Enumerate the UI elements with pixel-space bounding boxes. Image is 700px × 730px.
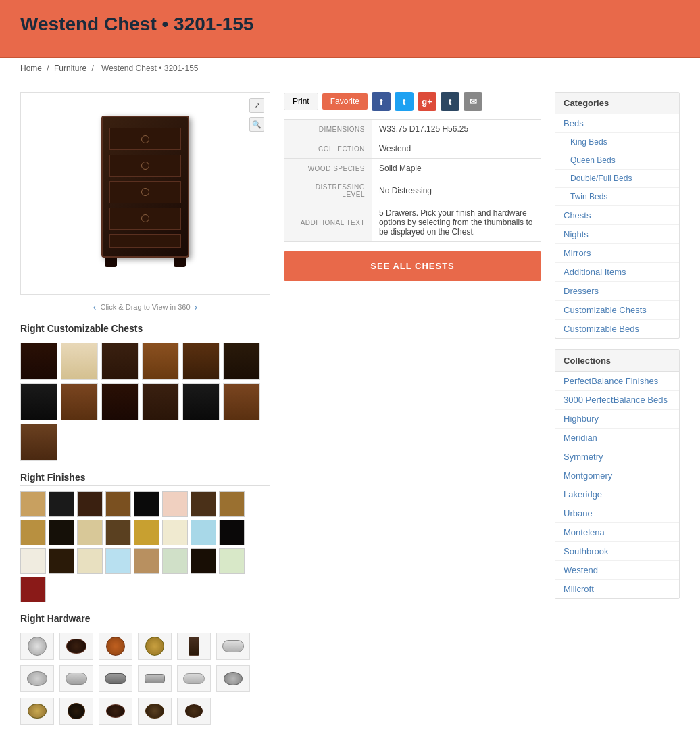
sidebar-link-queen[interactable]: Queen Beds bbox=[555, 151, 679, 170]
chest-thumb-2[interactable] bbox=[61, 343, 98, 380]
finish-golden[interactable] bbox=[134, 520, 159, 545]
rotate-left-arrow[interactable]: ‹ bbox=[93, 301, 97, 312]
sidebar-link-dressers[interactable]: Dressers bbox=[555, 282, 679, 301]
hardware-8[interactable] bbox=[59, 665, 93, 692]
sidebar-link-additional[interactable]: Additional Items bbox=[555, 263, 679, 282]
hardware-2[interactable] bbox=[59, 633, 93, 660]
sidebar-link-meridian[interactable]: Meridian bbox=[555, 429, 679, 447]
finish-brown2[interactable] bbox=[191, 491, 216, 517]
wood-value: Solid Maple bbox=[372, 159, 541, 178]
finish-gold[interactable] bbox=[219, 491, 245, 517]
hardware-17[interactable] bbox=[177, 698, 211, 725]
twitter-button[interactable]: t bbox=[395, 92, 414, 111]
tumblr-button[interactable]: t bbox=[441, 92, 459, 111]
finish-tan[interactable] bbox=[20, 491, 46, 517]
sidebar-link-customizable-chests[interactable]: Customizable Chests bbox=[555, 301, 679, 320]
sidebar-link-montelena[interactable]: Montelena bbox=[555, 523, 679, 542]
finish-dark-brown[interactable] bbox=[77, 491, 103, 517]
sidebar-link-twin[interactable]: Twin Beds bbox=[555, 188, 679, 206]
sidebar-link-king[interactable]: King Beds bbox=[555, 133, 679, 151]
hardware-12[interactable] bbox=[216, 665, 250, 692]
fullscreen-icon[interactable]: ⤢ bbox=[249, 98, 264, 113]
facebook-button[interactable]: f bbox=[372, 92, 391, 111]
hardware-15[interactable] bbox=[99, 698, 132, 725]
sidebar-link-montgomery[interactable]: Montgomery bbox=[555, 466, 679, 485]
zoom-icon[interactable]: 🔍 bbox=[249, 117, 264, 132]
finish-dark3[interactable] bbox=[191, 548, 216, 574]
finish-black2[interactable] bbox=[219, 520, 245, 545]
sidebar-link-3000pb[interactable]: 3000 PerfectBalance Beds bbox=[555, 391, 679, 410]
breadcrumb: Home / Furniture / Westend Chest • 3201-… bbox=[0, 58, 700, 78]
wood-row: WOOD SPECIES Solid Maple bbox=[284, 159, 541, 178]
hardware-4[interactable] bbox=[138, 633, 172, 660]
finish-red[interactable] bbox=[20, 577, 46, 602]
email-button[interactable]: ✉ bbox=[464, 92, 482, 111]
see-all-chests-button[interactable]: SEE ALL CHESTS bbox=[284, 251, 541, 281]
chest-thumb-6[interactable] bbox=[223, 343, 260, 380]
finish-blue[interactable] bbox=[191, 520, 216, 545]
sidebar-link-customizable-beds[interactable]: Customizable Beds bbox=[555, 320, 679, 338]
hardware-6[interactable] bbox=[216, 633, 250, 660]
sidebar-link-millcroft[interactable]: Millcroft bbox=[555, 580, 679, 598]
finish-green[interactable] bbox=[219, 548, 245, 574]
finish-very-dark2[interactable] bbox=[49, 520, 74, 545]
sidebar-link-double[interactable]: Double/Full Beds bbox=[555, 170, 679, 188]
finish-light-blue[interactable] bbox=[105, 548, 131, 574]
hardware-11[interactable] bbox=[177, 665, 211, 692]
print-button[interactable]: Print bbox=[284, 93, 318, 110]
rotate-right-arrow[interactable]: › bbox=[195, 301, 198, 312]
finish-black[interactable] bbox=[49, 491, 74, 517]
sidebar-link-mirrors[interactable]: Mirrors bbox=[555, 244, 679, 263]
chest-thumb-4[interactable] bbox=[142, 343, 179, 380]
hardware-13[interactable] bbox=[20, 698, 54, 725]
chest-thumb-8[interactable] bbox=[61, 383, 98, 420]
sidebar-link-urbane[interactable]: Urbane bbox=[555, 504, 679, 523]
finish-light-gold[interactable] bbox=[20, 520, 46, 545]
finish-very-dark[interactable] bbox=[134, 491, 159, 517]
sidebar-link-beds[interactable]: Beds bbox=[555, 114, 679, 133]
hardware-16[interactable] bbox=[138, 698, 172, 725]
chest-thumb-7[interactable] bbox=[20, 383, 57, 420]
chest-thumb-12[interactable] bbox=[223, 383, 260, 420]
distressing-label: DISTRESSING LEVEL bbox=[284, 178, 372, 203]
hardware-9[interactable] bbox=[99, 665, 132, 692]
hardware-7[interactable] bbox=[20, 665, 54, 692]
sidebar-link-highbury[interactable]: Highbury bbox=[555, 410, 679, 429]
chest-thumb-3[interactable] bbox=[101, 343, 139, 380]
hardware-3[interactable] bbox=[99, 633, 132, 660]
breadcrumb-current: Westend Chest • 3201-155 bbox=[101, 64, 198, 73]
hardware-5[interactable] bbox=[177, 633, 211, 660]
finish-light[interactable] bbox=[77, 520, 103, 545]
sidebar-link-lakeridge[interactable]: Lakeridge bbox=[555, 485, 679, 504]
breadcrumb-home[interactable]: Home bbox=[20, 64, 42, 73]
chest-thumb-11[interactable] bbox=[182, 383, 220, 420]
chest-thumb-1[interactable] bbox=[20, 343, 57, 380]
finish-sage[interactable] bbox=[162, 548, 188, 574]
categories-title: Categories bbox=[555, 93, 679, 114]
finish-cream2[interactable] bbox=[77, 548, 103, 574]
finish-white[interactable] bbox=[20, 548, 46, 574]
hardware-14[interactable] bbox=[59, 698, 93, 725]
sidebar-link-southbrook[interactable]: Southbrook bbox=[555, 542, 679, 561]
sidebar-link-perfectbalance[interactable]: PerfectBalance Finishes bbox=[555, 372, 679, 391]
chest-thumb-13[interactable] bbox=[20, 424, 57, 461]
breadcrumb-furniture[interactable]: Furniture bbox=[54, 64, 86, 73]
sidebar-link-westend[interactable]: Westend bbox=[555, 561, 679, 580]
chest-thumb-10[interactable] bbox=[142, 383, 179, 420]
hardware-1[interactable] bbox=[20, 633, 54, 660]
finish-dark2[interactable] bbox=[49, 548, 74, 574]
finish-cream[interactable] bbox=[162, 520, 188, 545]
chest-thumb-9[interactable] bbox=[101, 383, 139, 420]
sidebar-link-chests[interactable]: Chests bbox=[555, 206, 679, 225]
finish-med-brown[interactable] bbox=[105, 491, 131, 517]
wood-label: WOOD SPECIES bbox=[284, 159, 372, 178]
finish-pink[interactable] bbox=[162, 491, 188, 517]
favorite-button[interactable]: Favorite bbox=[322, 93, 368, 110]
finish-tan2[interactable] bbox=[134, 548, 159, 574]
chest-thumb-5[interactable] bbox=[182, 343, 220, 380]
sidebar-link-symmetry[interactable]: Symmetry bbox=[555, 447, 679, 466]
sidebar-link-nights[interactable]: Nights bbox=[555, 225, 679, 244]
hardware-10[interactable] bbox=[138, 665, 172, 692]
googleplus-button[interactable]: g+ bbox=[418, 92, 436, 111]
finish-medium[interactable] bbox=[105, 520, 131, 545]
